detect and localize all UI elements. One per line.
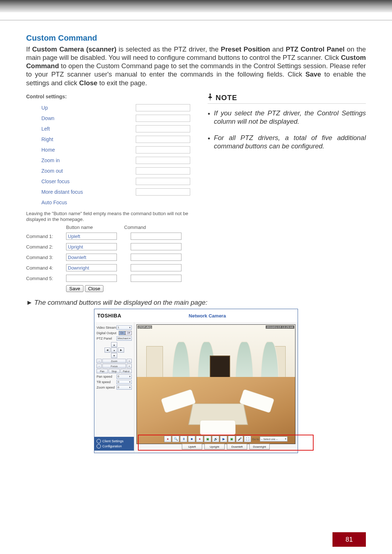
record2-icon[interactable]: ●	[196, 436, 203, 442]
control-settings-label: Control settings:	[26, 94, 193, 99]
cam-cmd-button-1[interactable]: Upright	[204, 444, 225, 450]
goto-label: Go to	[252, 438, 259, 441]
cmd-value-input-3[interactable]	[131, 264, 181, 271]
note-item-1: For all PTZ drivers, a total of five add…	[208, 134, 366, 150]
cmd-name-input-3[interactable]	[66, 264, 117, 271]
ctl-label-7: Closer focus	[26, 178, 136, 184]
ptz-panel-select[interactable]: Mechani	[117, 336, 132, 341]
cmd-name-input-2[interactable]	[66, 254, 117, 261]
ptz-arrow-pad: ▲ ◀ ● ▶ ▼	[105, 342, 124, 358]
zoom-plus-button[interactable]: +	[127, 359, 132, 363]
save-button[interactable]: Save	[66, 285, 83, 292]
tilt-speed-label: Tilt speed	[97, 380, 111, 384]
ctl-label-0: Up	[26, 105, 136, 111]
fullscreen-icon[interactable]: ⛶	[244, 436, 251, 442]
header-gradient	[0, 0, 392, 13]
cam-cmd-button-0[interactable]: Upleft	[182, 444, 202, 450]
ctl-label-1: Down	[26, 115, 136, 121]
ctl-label-6: Zoom out	[26, 168, 136, 174]
zoom-minus-button[interactable]: −	[97, 359, 102, 363]
cmd-label-3: Command 4:	[26, 265, 66, 271]
pan-button[interactable]: Pan	[97, 369, 108, 373]
cmd-name-input-0[interactable]	[66, 233, 117, 240]
ptz-left-button[interactable]: ◀	[105, 348, 111, 353]
stop-button[interactable]: Stop	[109, 369, 120, 373]
record-icon[interactable]: ●	[164, 436, 171, 442]
txt-bold: Preset Position	[221, 45, 270, 53]
volume-icon[interactable]: 🔊	[212, 436, 219, 442]
stop-icon[interactable]: ■	[188, 436, 195, 442]
arrow-caption: The command buttons will be displayed on…	[26, 299, 366, 307]
col-command: Command	[124, 225, 182, 230]
focus-plus-button[interactable]: +	[127, 364, 132, 368]
ctl-input-4[interactable]	[136, 146, 190, 153]
ctl-input-7[interactable]	[136, 178, 190, 185]
col-button-name: Button name	[66, 225, 124, 230]
brand-logo: TOSHIBA	[97, 313, 121, 319]
configuration-link[interactable]: Configuration	[97, 444, 132, 448]
ctl-label-9: Auto Focus	[26, 200, 136, 205]
note-list: If you select the PTZ driver, the Contro…	[208, 109, 366, 151]
cam-cmd-button-2[interactable]: Downleft	[227, 444, 247, 450]
cam-cmd-button-3[interactable]: Downright	[249, 444, 270, 450]
patrol-button[interactable]: Patrol	[121, 369, 132, 373]
zoom-label: Zoom	[102, 359, 126, 363]
cmd-value-input-0[interactable]	[131, 233, 181, 240]
goto-select[interactable]: -- Select one --	[260, 436, 287, 442]
video-stream-label: Video Stream	[97, 326, 116, 329]
search-icon[interactable]: 🔍	[172, 436, 179, 442]
ptz-up-button[interactable]: ▲	[111, 342, 117, 347]
ctl-label-8: More distant focus	[26, 189, 136, 195]
toggle-off[interactable]: Off	[125, 331, 132, 335]
ctl-input-6[interactable]	[136, 167, 190, 175]
ptz-right-button[interactable]: ▶	[118, 348, 124, 353]
ptz-home-button[interactable]: ●	[111, 348, 117, 353]
cmd-name-input-4[interactable]	[66, 275, 117, 282]
tilt-speed-select[interactable]: 0	[117, 380, 132, 384]
client-settings-label: Client Settings	[102, 439, 123, 443]
video-frame: (TCP-AV) 2010/01/15 13:29:44	[136, 324, 295, 444]
cmd-value-input-2[interactable]	[131, 254, 181, 261]
snapshot-icon[interactable]: ▣	[204, 436, 211, 442]
cmd-label-2: Command 3:	[26, 255, 66, 260]
mic-icon[interactable]: 🎤	[236, 436, 243, 442]
gear-icon	[97, 439, 101, 443]
focus-minus-button[interactable]: −	[97, 364, 102, 368]
txt: and	[272, 45, 286, 53]
pan-speed-label: Pan speed	[97, 375, 112, 378]
focus-label: Focus	[102, 364, 126, 368]
flag-icon[interactable]: ▶	[220, 436, 227, 442]
ctl-input-8[interactable]	[136, 188, 190, 196]
video-stream-select[interactable]: 1	[117, 325, 132, 330]
ctl-input-3[interactable]	[136, 136, 190, 143]
pushpin-icon	[208, 94, 213, 102]
zoom-speed-select[interactable]: 0	[117, 385, 132, 390]
ctl-input-2[interactable]	[136, 125, 190, 132]
cmd-name-input-1[interactable]	[66, 243, 117, 250]
ctl-input-0[interactable]	[136, 104, 190, 111]
digital-output-toggle[interactable]: OnOff	[119, 331, 132, 335]
txt: to exit the page.	[99, 79, 147, 87]
digital-output-label: Digital Output	[97, 331, 117, 335]
txt: is selected as the PTZ driver, the	[119, 45, 221, 53]
highlight-box: ● 🔍 ⏸ ■ ● ▣ 🔊 ▶ ▣ 🎤 ⛶ Go to -	[138, 435, 314, 451]
txt-bold: Save	[305, 70, 321, 78]
hint-text: Leaving the "Button name" field empty me…	[26, 211, 193, 223]
wrench-icon	[97, 444, 101, 448]
snapshot2-icon[interactable]: ▣	[228, 436, 235, 442]
note-header: NOTE	[208, 94, 366, 104]
ptz-panel-label: PTZ Panel	[97, 337, 112, 340]
page-number: 81	[332, 532, 366, 547]
timestamp: 2010/01/15 13:29:44	[266, 325, 294, 329]
ptz-down-button[interactable]: ▼	[111, 353, 117, 358]
toggle-on[interactable]: On	[119, 331, 125, 335]
pan-speed-select[interactable]: 0	[117, 374, 132, 379]
close-button[interactable]: Close	[85, 285, 103, 292]
ctl-input-1[interactable]	[136, 115, 190, 122]
cmd-value-input-4[interactable]	[131, 275, 181, 282]
cmd-value-input-1[interactable]	[131, 243, 181, 250]
ctl-input-5[interactable]	[136, 157, 190, 164]
txt-bold: PTZ Control Panel	[286, 45, 344, 53]
pause-icon[interactable]: ⏸	[180, 436, 187, 442]
client-settings-link[interactable]: Client Settings	[97, 439, 132, 443]
